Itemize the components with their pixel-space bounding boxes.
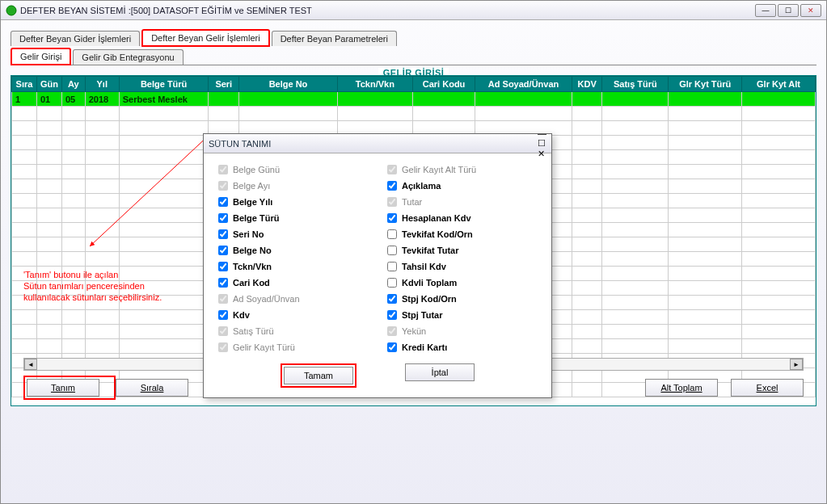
table-cell[interactable]: [572, 310, 602, 325]
table-cell[interactable]: [85, 179, 119, 194]
table-cell[interactable]: [742, 121, 816, 136]
table-cell[interactable]: [572, 325, 602, 339]
table-cell[interactable]: [36, 325, 61, 339]
dialog-ok-button[interactable]: Tamam: [284, 367, 353, 384]
table-cell[interactable]: [669, 165, 742, 179]
table-cell[interactable]: [412, 92, 475, 107]
table-cell[interactable]: [61, 223, 85, 237]
column-checkbox[interactable]: Kdvli Toplam: [387, 278, 537, 288]
table-cell[interactable]: [572, 281, 602, 296]
checkbox-input[interactable]: [218, 197, 228, 207]
table-cell[interactable]: [85, 150, 119, 165]
table-cell[interactable]: [742, 107, 816, 121]
table-cell[interactable]: [119, 223, 209, 237]
table-cell[interactable]: [572, 121, 602, 136]
tanim-button[interactable]: Tanım: [27, 379, 99, 397]
checkbox-input[interactable]: [387, 213, 397, 223]
checkbox-input[interactable]: [387, 262, 397, 271]
table-cell[interactable]: [36, 194, 61, 208]
table-cell[interactable]: [61, 208, 85, 223]
column-header[interactable]: Belge No: [239, 77, 338, 92]
table-cell[interactable]: [669, 107, 742, 121]
table-cell[interactable]: [36, 281, 61, 296]
table-cell[interactable]: [742, 179, 816, 194]
table-cell[interactable]: [669, 121, 742, 136]
column-header[interactable]: Glr Kyt Türü: [669, 77, 742, 92]
checkbox-input[interactable]: [218, 229, 228, 239]
table-cell[interactable]: [669, 223, 742, 237]
close-button[interactable]: ✕: [800, 4, 821, 17]
table-cell[interactable]: [85, 223, 119, 237]
table-cell[interactable]: Serbest Meslek: [119, 92, 209, 107]
checkbox-input[interactable]: [387, 229, 397, 239]
table-cell[interactable]: [61, 179, 85, 194]
table-cell[interactable]: [61, 339, 85, 354]
table-cell[interactable]: [572, 339, 602, 354]
table-cell[interactable]: [119, 325, 209, 339]
table-cell[interactable]: [119, 208, 209, 223]
dialog-maximize-button[interactable]: ☐: [538, 138, 546, 149]
table-cell[interactable]: [12, 107, 37, 121]
column-header[interactable]: Gün: [36, 77, 61, 92]
table-cell[interactable]: [36, 121, 61, 136]
dialog-cancel-button[interactable]: İptal: [405, 363, 475, 381]
table-cell[interactable]: [85, 281, 119, 296]
table-cell[interactable]: [12, 121, 37, 136]
table-cell[interactable]: [742, 165, 816, 179]
table-cell[interactable]: [61, 165, 85, 179]
column-header[interactable]: Glr Kyt Alt: [742, 77, 816, 92]
maximize-button[interactable]: ☐: [778, 4, 799, 17]
table-cell[interactable]: [61, 310, 85, 325]
table-cell[interactable]: [85, 121, 119, 136]
column-checkbox[interactable]: Kdv: [218, 310, 368, 320]
sirala-button[interactable]: Sırala: [116, 379, 188, 397]
table-cell[interactable]: [119, 136, 209, 150]
table-cell[interactable]: [36, 165, 61, 179]
table-cell[interactable]: [742, 150, 816, 165]
column-checkbox[interactable]: Hesaplanan Kdv: [387, 213, 537, 223]
table-cell[interactable]: [119, 150, 209, 165]
table-cell[interactable]: [572, 136, 602, 150]
column-header[interactable]: Ad Soyad/Ünvan: [475, 77, 572, 92]
table-cell[interactable]: [61, 107, 85, 121]
table-cell[interactable]: 05: [61, 92, 85, 107]
table-row[interactable]: [12, 107, 816, 121]
table-cell[interactable]: [36, 150, 61, 165]
table-cell[interactable]: [742, 237, 816, 252]
table-cell[interactable]: [12, 150, 37, 165]
column-header[interactable]: Yıl: [85, 77, 119, 92]
checkbox-input[interactable]: [218, 262, 228, 271]
table-cell[interactable]: [602, 296, 669, 310]
checkbox-input[interactable]: [218, 278, 228, 288]
table-cell[interactable]: [742, 223, 816, 237]
table-cell[interactable]: [669, 92, 742, 107]
table-cell[interactable]: [742, 92, 816, 107]
table-cell[interactable]: [669, 296, 742, 310]
table-cell[interactable]: [669, 179, 742, 194]
table-cell[interactable]: [12, 136, 37, 150]
table-cell[interactable]: [572, 165, 602, 179]
table-cell[interactable]: [572, 208, 602, 223]
table-cell[interactable]: [36, 223, 61, 237]
column-checkbox[interactable]: Belge Yılı: [218, 197, 368, 207]
table-cell[interactable]: [85, 339, 119, 354]
table-cell[interactable]: [61, 237, 85, 252]
column-header[interactable]: Seri: [209, 77, 239, 92]
table-cell[interactable]: [239, 92, 338, 107]
table-cell[interactable]: [12, 237, 37, 252]
column-checkbox[interactable]: Belge Türü: [218, 213, 368, 223]
table-cell[interactable]: [669, 150, 742, 165]
checkbox-input[interactable]: [387, 294, 397, 304]
table-cell[interactable]: [742, 267, 816, 281]
table-cell[interactable]: [742, 136, 816, 150]
table-cell[interactable]: [669, 339, 742, 354]
table-cell[interactable]: [119, 339, 209, 354]
table-cell[interactable]: [85, 194, 119, 208]
table-cell[interactable]: [602, 252, 669, 267]
table-cell[interactable]: [572, 194, 602, 208]
minimize-button[interactable]: —: [755, 4, 776, 17]
dialog-close-button[interactable]: ✕: [538, 149, 546, 159]
table-row[interactable]: 101052018Serbest Meslek: [12, 92, 816, 107]
column-checkbox[interactable]: Stpj Kod/Orn: [387, 294, 537, 304]
scroll-right-icon[interactable]: ►: [790, 359, 803, 370]
